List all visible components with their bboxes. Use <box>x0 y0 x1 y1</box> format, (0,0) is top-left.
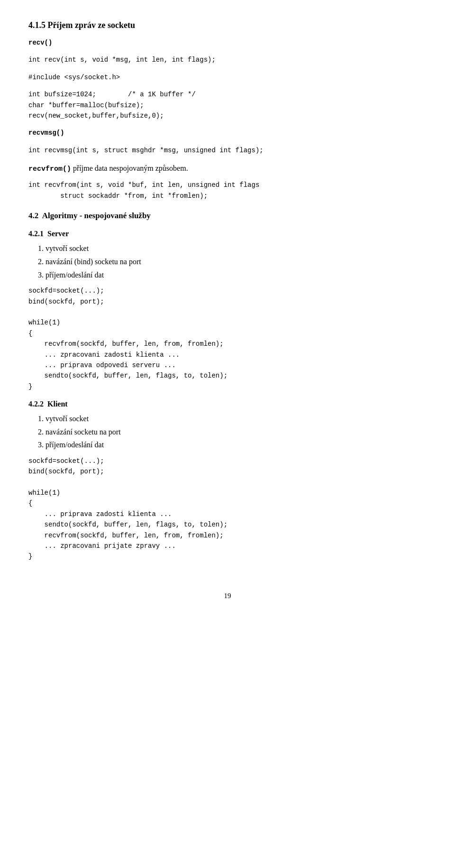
recvfrom-label: recvfrom() <box>28 165 71 173</box>
recvfrom-desc-line: recvfrom() příjme data nespojovaným způs… <box>28 162 427 175</box>
bufsize-code: int bufsize=1024; /* a 1K buffer */ char… <box>28 89 427 121</box>
include-line: #include <sys/socket.h> <box>28 72 427 83</box>
section-422-heading: 4.2.2 Klient <box>28 398 427 410</box>
client-step-3: 3. příjem/odeslání dat <box>38 439 427 451</box>
server-code: sockfd=socket(...); bind(sockfd, port); … <box>28 286 427 392</box>
client-step-1: 1. vytvoří socket <box>38 413 427 425</box>
section-heading: 4.1.5 Příjem zpráv ze socketu <box>28 19 427 32</box>
page-number: 19 <box>28 591 427 601</box>
recvmsg-signature: int recvmsg(int s, struct msghdr *msg, u… <box>28 145 427 156</box>
client-step-2: 2. navázání socketu na port <box>38 426 427 438</box>
recv-heading: recv() <box>28 37 427 48</box>
recvfrom-desc-text: příjme data nespojovaným způsobem. <box>71 164 188 172</box>
server-step-2: 2. navázání (bind) socketu na port <box>38 256 427 268</box>
recv-signature: int recv(int s, void *msg, int len, int … <box>28 55 427 65</box>
recvmsg-heading: recvmsg() <box>28 128 427 138</box>
recvfrom-signature: int recvfrom(int s, void *buf, int len, … <box>28 180 427 201</box>
section-42-heading: 4.2 Algoritmy - nespojované služby <box>28 210 427 222</box>
server-step-3: 3. příjem/odeslání dat <box>38 269 427 281</box>
section-421-heading: 4.2.1 Server <box>28 228 427 240</box>
client-code: sockfd=socket(...); bind(sockfd, port); … <box>28 456 427 562</box>
server-step-1: 1. vytvoří socket <box>38 242 427 255</box>
